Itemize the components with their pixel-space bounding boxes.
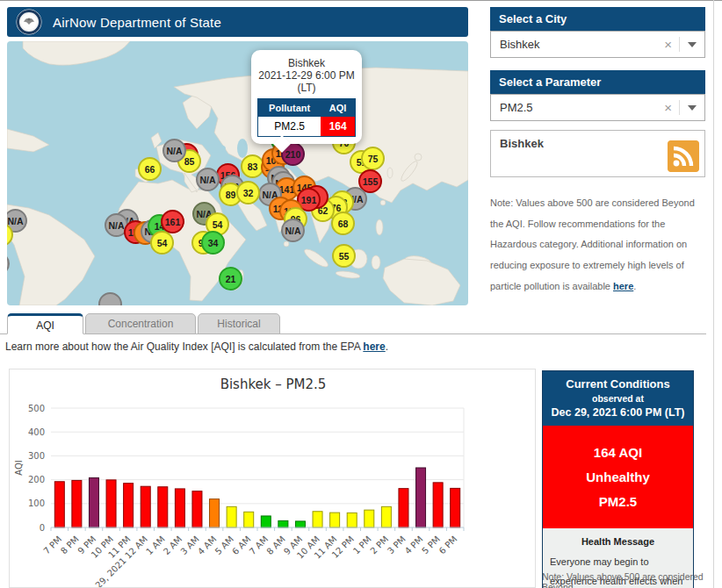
chart-bar[interactable] xyxy=(72,480,82,527)
aqi-note: Note: Values above 500 are considered Be… xyxy=(490,193,708,297)
tab-historical[interactable]: Historical xyxy=(198,313,280,334)
map-marker[interactable]: 34 xyxy=(201,231,225,255)
aqi-value-text: 164 AQI xyxy=(546,441,690,465)
chart-bar[interactable] xyxy=(399,489,408,527)
popup-pollutant-value: PM2.5 xyxy=(258,117,321,137)
popup-pollutant-header: Pollutant xyxy=(258,99,321,118)
learn-more-text: Learn more about how the Air Quality Ind… xyxy=(5,341,388,353)
chart-bar[interactable] xyxy=(89,477,98,527)
select-parameter-header: Select a Parameter xyxy=(490,70,705,94)
x-tick-label: 5 AM xyxy=(213,534,235,556)
current-conditions-title: Current Conditions xyxy=(546,377,690,391)
chart-svg: Bishkek – PM2.50100200300400500AQI7 PM8 … xyxy=(10,369,535,588)
aqi-note-suffix: . xyxy=(633,281,636,291)
x-tick-label: 5 PM xyxy=(420,534,442,556)
chart-bar[interactable] xyxy=(313,512,322,527)
y-tick-label: 200 xyxy=(28,475,45,484)
rss-city-label: Bishkek xyxy=(500,137,544,150)
observed-datetime: Dec 29, 2021 6:00 PM (LT) xyxy=(546,406,690,419)
chart-bar[interactable] xyxy=(451,488,460,527)
chart-bar[interactable] xyxy=(295,521,305,527)
map-marker[interactable]: 66 xyxy=(138,157,162,181)
chevron-down-icon[interactable] xyxy=(688,105,697,111)
x-tick-label: 7 PM xyxy=(41,534,63,556)
clear-city-icon[interactable]: × xyxy=(657,37,680,52)
health-message-title: Health Message xyxy=(550,536,686,547)
chevron-down-icon[interactable] xyxy=(688,42,697,47)
popup-table: Pollutant AQI PM2.5 164 xyxy=(257,98,356,137)
parameter-dropdown[interactable]: PM2.5 × xyxy=(490,94,705,121)
map-marker[interactable]: N/A xyxy=(196,168,220,191)
chart-bar[interactable] xyxy=(261,516,271,527)
scrollbar-track[interactable] xyxy=(713,0,714,588)
map-marker[interactable]: 32 xyxy=(236,181,260,204)
chart-title: Bishkek – PM2.5 xyxy=(220,376,327,392)
map-marker[interactable]: 21 xyxy=(219,267,242,290)
map-marker[interactable]: 68 xyxy=(331,212,355,235)
current-conditions-header: Current Conditions observed at Dec 29, 2… xyxy=(543,371,693,426)
chart-bar[interactable] xyxy=(416,468,426,527)
x-tick-label: 4 PM xyxy=(403,534,425,556)
map-marker[interactable]: 54 xyxy=(150,231,174,255)
observed-at-label: observed at xyxy=(546,393,690,404)
map-marker[interactable]: N/A xyxy=(162,139,186,162)
tab-aqi[interactable]: AQI xyxy=(7,313,83,334)
chart-bar[interactable] xyxy=(278,520,288,527)
y-tick-label: 100 xyxy=(28,498,45,508)
beyond-aqi-note: Note: Values above 500 are considered Be… xyxy=(542,571,718,588)
learn-more-link[interactable]: here xyxy=(363,341,385,353)
popup-lt-label: (LT) xyxy=(256,82,357,94)
popup-city: Bishkek xyxy=(256,57,357,69)
tab-bar: AQI Concentration Historical xyxy=(7,313,282,334)
y-tick-label: 500 xyxy=(28,404,45,413)
map-marker[interactable]: 75 xyxy=(361,147,385,170)
world-map[interactable]: N/A5385N/A6683104105121210N/AN/A141145N/… xyxy=(7,41,468,305)
chart-bar[interactable] xyxy=(192,491,202,527)
aqi-note-link[interactable]: here xyxy=(613,281,633,291)
select-city-header: Select a City xyxy=(490,7,705,31)
x-tick-label: 3 PM xyxy=(386,534,408,556)
x-tick-label: 8 AM xyxy=(264,534,286,556)
aqi-note-text: Note: Values above 500 are considered Be… xyxy=(490,197,695,291)
chart-bar[interactable] xyxy=(210,499,220,527)
tab-concentration[interactable]: Concentration xyxy=(85,313,196,334)
parameter-dropdown-value: PM2.5 xyxy=(491,101,657,114)
chart-bar[interactable] xyxy=(54,482,64,527)
x-tick-label: 2 AM xyxy=(162,534,184,556)
chart-bar[interactable] xyxy=(433,483,443,527)
x-tick-label: 7 AM xyxy=(248,534,270,556)
map-marker[interactable]: 161 xyxy=(161,210,184,233)
popup-datetime: 2021-12-29 6:00 PM xyxy=(256,69,357,82)
y-axis-label: AQI xyxy=(14,460,24,476)
chart-bar[interactable] xyxy=(347,513,357,527)
chart-bar[interactable] xyxy=(244,512,254,527)
map-marker[interactable]: 55 xyxy=(332,244,356,268)
chart-bar[interactable] xyxy=(227,506,236,527)
x-tick-label: 3 AM xyxy=(178,534,200,556)
aqi-pollutant-text: PM2.5 xyxy=(546,490,690,514)
chart-bar[interactable] xyxy=(141,486,150,527)
x-tick-label: 6 PM xyxy=(437,534,459,556)
learn-more-suffix: . xyxy=(386,341,388,353)
aqi-category-text: Unhealthy xyxy=(546,465,690,490)
chart-bar[interactable] xyxy=(106,480,116,527)
aqi-status-block: 164 AQI Unhealthy PM2.5 xyxy=(543,426,693,528)
chart-bar[interactable] xyxy=(381,506,391,527)
y-tick-label: 300 xyxy=(28,451,45,461)
city-dropdown[interactable]: Bishkek × xyxy=(490,31,705,58)
rss-icon[interactable] xyxy=(668,140,699,172)
y-tick-label: 0 xyxy=(40,523,45,533)
map-marker[interactable]: N/A xyxy=(281,219,305,242)
clear-parameter-icon[interactable]: × xyxy=(657,100,680,115)
app-header: AirNow Department of State xyxy=(7,7,468,37)
x-tick-label: 2 PM xyxy=(368,534,390,556)
chart-bar[interactable] xyxy=(158,487,168,527)
chart-bar[interactable] xyxy=(365,510,374,527)
app-title: AirNow Department of State xyxy=(53,15,221,30)
x-tick-label: 1 AM xyxy=(144,534,166,556)
popup-aqi-value: 164 xyxy=(321,117,355,137)
chart-bar[interactable] xyxy=(175,489,184,527)
chart-bar[interactable] xyxy=(330,513,340,527)
chart-bar[interactable] xyxy=(124,484,134,527)
x-tick-label: 8 PM xyxy=(59,534,81,556)
